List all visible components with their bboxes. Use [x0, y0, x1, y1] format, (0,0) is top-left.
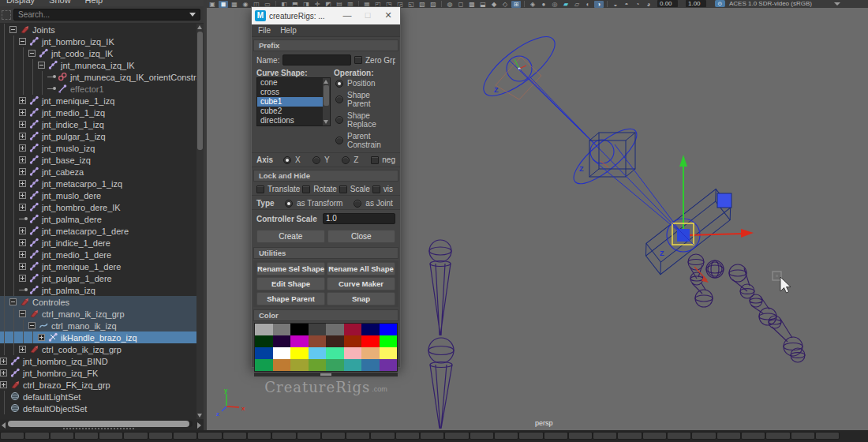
checkbox-icon[interactable]: [256, 185, 264, 193]
checkbox-icon[interactable]: [372, 185, 380, 193]
color-swatch-13[interactable]: [344, 335, 362, 347]
outliner-row-jnt_hombro_izq_IK[interactable]: jnt_hombro_izq_IK: [0, 36, 196, 47]
outliner-row-ikHandle_brazo_izq[interactable]: ikHandle_brazo_izq: [0, 332, 196, 343]
controller-scale-field[interactable]: 1.0: [323, 213, 395, 224]
viewport-toolbar-icon-27[interactable]: ◈: [528, 1, 537, 8]
outliner-row-jnt_menique_1_izq[interactable]: jnt_menique_1_izq: [0, 95, 196, 107]
curve-shape-item-cone[interactable]: cone: [257, 78, 330, 88]
color-swatch-17[interactable]: [273, 347, 291, 359]
radio-icon[interactable]: [335, 96, 343, 103]
timeline-segment[interactable]: [642, 432, 667, 440]
colorspace-select[interactable]: ACES 1.0 SDR-video (sRGB): [729, 0, 812, 8]
outliner-row-jnt_palma_izq[interactable]: jnt_palma_izq: [0, 284, 196, 296]
timeline-segment[interactable]: [444, 432, 469, 440]
timeline-segment[interactable]: [247, 432, 271, 440]
viewport-toolbar-icon-35[interactable]: ◓: [622, 1, 631, 8]
outliner-row-jnt_hombro_izq_BIND[interactable]: jnt_hombro_izq_BIND: [0, 355, 196, 367]
operation-shape-parent[interactable]: Shape Parent: [335, 91, 395, 108]
viewport-toolbar-icon-21[interactable]: ◻: [456, 1, 466, 8]
viewport-toolbar-icon-17[interactable]: ◱: [406, 1, 416, 8]
axis-y[interactable]: Y: [312, 155, 339, 164]
collapse-icon[interactable]: [38, 62, 45, 69]
window-titlebar[interactable]: M creatureRigs: ... — □ ✕: [252, 7, 400, 24]
curve-maker-button[interactable]: Curve Maker: [327, 277, 395, 290]
viewport-toolbar-icon-19[interactable]: ▨: [428, 1, 438, 8]
radio-icon[interactable]: [354, 200, 361, 208]
search-dropdown-icon[interactable]: [189, 13, 196, 17]
collapse-icon[interactable]: [9, 298, 17, 305]
color-swatch-30[interactable]: [361, 359, 380, 371]
list-scroll-down-icon[interactable]: [324, 120, 328, 124]
menu-show[interactable]: Show: [49, 0, 71, 5]
minimize-button[interactable]: —: [339, 9, 356, 22]
expand-icon[interactable]: [19, 239, 26, 246]
radio-icon[interactable]: [335, 137, 343, 144]
lock-checkbox-rotate[interactable]: Rotate: [302, 185, 336, 193]
outliner-hscrollbar[interactable]: [0, 419, 204, 430]
timeline-segment[interactable]: [617, 432, 642, 440]
expand-icon[interactable]: [19, 263, 26, 270]
timeline-segment[interactable]: [173, 432, 197, 440]
outliner-row-jnt_medio_1_izq[interactable]: jnt_medio_1_izq: [0, 107, 196, 118]
viewport-toolbar-icon-1[interactable]: ◼: [219, 1, 228, 8]
close-action-button[interactable]: Close: [327, 230, 396, 243]
outliner-row-jnt_metacarpo_1_dere[interactable]: jnt_metacarpo_1_dere: [0, 225, 196, 237]
viewport-toolbar-icon-30[interactable]: ▰: [561, 1, 571, 8]
colorspace-dropdown-icon[interactable]: [834, 2, 840, 6]
zero-grp-checkbox[interactable]: [354, 56, 362, 64]
timeline-segment[interactable]: [518, 432, 543, 440]
gamma-field[interactable]: 1.00: [686, 0, 706, 7]
color-swatch-3[interactable]: [309, 324, 327, 335]
timeline-segment[interactable]: [765, 432, 790, 440]
timeline-segment[interactable]: [50, 432, 74, 440]
timeline-segment[interactable]: [197, 432, 222, 440]
radio-icon[interactable]: [285, 200, 293, 208]
outliner-row-Controles[interactable]: Controles: [0, 296, 196, 308]
operation-parent-constrain[interactable]: Parent Constrain: [335, 132, 395, 149]
timeline-segment[interactable]: [395, 432, 420, 440]
viewport-toolbar-icon-33[interactable]: ◑: [594, 1, 604, 8]
operation-shape-replace[interactable]: Shape Replace: [335, 111, 395, 129]
color-swatch-26[interactable]: [290, 359, 309, 371]
timeline-segment[interactable]: [470, 432, 494, 440]
viewport-toolbar-icon-29[interactable]: ◎: [550, 1, 559, 8]
outliner-row-jnt_menique_1_dere[interactable]: jnt_menique_1_dere: [0, 260, 196, 272]
viewport-toolbar-icon-37[interactable]: ◕: [644, 1, 653, 8]
menu-help[interactable]: Help: [85, 0, 103, 5]
color-swatch-27[interactable]: [309, 359, 327, 371]
window-menu-file[interactable]: File: [258, 26, 271, 35]
expand-icon[interactable]: [19, 97, 26, 104]
rename-sel-shape-button[interactable]: Rename Sel Shape: [256, 262, 325, 275]
outliner-row-jnt_indice_1_dere[interactable]: jnt_indice_1_dere: [0, 237, 196, 249]
color-swatch-18[interactable]: [290, 347, 309, 359]
outliner-row-jnt_pulgar_1_dere[interactable]: jnt_pulgar_1_dere: [0, 272, 196, 284]
viewport-toolbar-icon-23[interactable]: ⬓: [478, 1, 488, 8]
outliner-row-jnt_palma_dere[interactable]: jnt_palma_dere: [0, 213, 196, 225]
timeline-segment[interactable]: [815, 432, 840, 440]
vscroll-thumb[interactable]: [197, 32, 203, 150]
collapse-icon[interactable]: [19, 38, 26, 45]
time-slider[interactable]: [0, 430, 868, 442]
scroll-right-icon[interactable]: [197, 422, 201, 429]
timeline-segment[interactable]: [716, 432, 741, 440]
color-swatch-0[interactable]: [255, 324, 273, 335]
collapse-icon[interactable]: [28, 50, 36, 57]
create-button[interactable]: Create: [256, 230, 325, 243]
curve-shape-item-cross[interactable]: cross: [257, 88, 330, 97]
outliner-row-jnt_muneca_izq_IK[interactable]: jnt_muneca_izq_IK: [0, 59, 196, 71]
lock-hide-section-header[interactable]: Lock and Hide: [253, 170, 398, 182]
outliner-row-jnt_hombro_dere_IK[interactable]: jnt_hombro_dere_IK: [0, 201, 196, 213]
color-swatch-15[interactable]: [380, 335, 398, 347]
scroll-down-icon[interactable]: [197, 414, 202, 418]
viewport-toolbar-icon-34[interactable]: ◒: [611, 1, 620, 8]
color-swatch-8[interactable]: [255, 335, 273, 347]
timeline-segment[interactable]: [370, 432, 395, 440]
expand-icon[interactable]: [19, 204, 26, 211]
viewport-toolbar-icon-20[interactable]: ◍: [445, 1, 455, 8]
name-input[interactable]: [282, 54, 351, 66]
checkbox-icon[interactable]: [339, 185, 347, 193]
menu-display[interactable]: Display: [6, 0, 35, 5]
type-as-transform[interactable]: as Transform: [285, 199, 342, 208]
outliner-row-jnt_indice_1_izq[interactable]: jnt_indice_1_izq: [0, 118, 196, 130]
outliner-row-ctrl_mano_ik_izq_grp[interactable]: ctrl_mano_ik_izq_grp: [0, 308, 196, 320]
